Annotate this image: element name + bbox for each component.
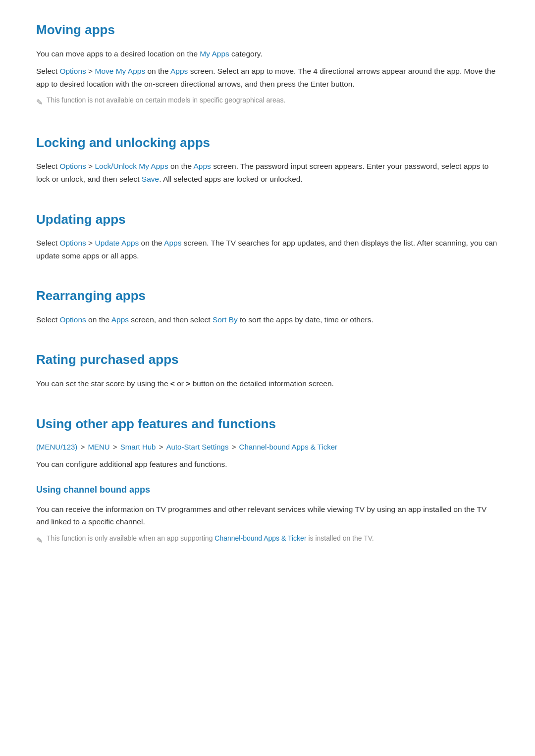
link-menu[interactable]: MENU [88, 443, 109, 451]
note-text-1: This function is not available on certai… [47, 95, 286, 106]
section-title-rating-apps: Rating purchased apps [36, 350, 499, 370]
channel-bound-para1: You can receive the information on TV pr… [36, 503, 499, 528]
link-apps-4[interactable]: Apps [111, 315, 129, 324]
link-options-3[interactable]: Options [59, 239, 86, 247]
section-rating-apps: Rating purchased apps You can set the st… [36, 350, 499, 390]
other-features-para1: You can configure additional app feature… [36, 458, 499, 471]
link-menu123[interactable]: (MENU/123) [36, 443, 77, 451]
moving-apps-para1: You can move apps to a desired location … [36, 48, 499, 60]
link-options-1[interactable]: Options [59, 67, 86, 75]
rearranging-apps-para1: Select Options on the Apps screen, and t… [36, 313, 499, 326]
link-apps-1[interactable]: Apps [170, 67, 188, 75]
link-lock-unlock[interactable]: Lock/Unlock My Apps [95, 162, 168, 170]
link-options-4[interactable]: Options [59, 315, 86, 324]
moving-apps-para2: Select Options > Move My Apps on the App… [36, 65, 499, 90]
link-auto-start[interactable]: Auto-Start Settings [166, 443, 229, 451]
section-title-other-features: Using other app features and functions [36, 414, 499, 435]
link-sort-by[interactable]: Sort By [213, 315, 238, 324]
rating-apps-para1: You can set the star score by using the … [36, 377, 499, 390]
note-channel-bound: ✎ This function is only available when a… [36, 533, 499, 547]
section-title-moving-apps: Moving apps [36, 20, 499, 41]
section-title-locking-apps: Locking and unlocking apps [36, 133, 499, 153]
section-locking-apps: Locking and unlocking apps Select Option… [36, 133, 499, 186]
breadcrumb-other-features: (MENU/123) > MENU > Smart Hub > Auto-Sta… [36, 441, 499, 453]
sep-4: > [232, 443, 238, 451]
sep-1: > [81, 443, 87, 451]
section-rearranging-apps: Rearranging apps Select Options on the A… [36, 286, 499, 326]
updating-apps-para1: Select Options > Update Apps on the Apps… [36, 237, 499, 262]
link-save[interactable]: Save [142, 175, 159, 183]
link-smart-hub[interactable]: Smart Hub [120, 443, 156, 451]
note-icon-2: ✎ [36, 534, 43, 547]
link-my-apps[interactable]: My Apps [200, 50, 229, 58]
subsection-title-channel-bound: Using channel bound apps [36, 483, 499, 497]
link-channel-bound-ticker-2[interactable]: Channel-bound Apps & Ticker [214, 534, 306, 542]
link-options-2[interactable]: Options [59, 162, 86, 170]
section-updating-apps: Updating apps Select Options > Update Ap… [36, 209, 499, 262]
note-icon-1: ✎ [36, 96, 43, 109]
section-moving-apps: Moving apps You can move apps to a desir… [36, 20, 499, 109]
section-title-rearranging-apps: Rearranging apps [36, 286, 499, 306]
sep-3: > [159, 443, 165, 451]
link-update-apps[interactable]: Update Apps [95, 239, 139, 247]
locking-apps-para1: Select Options > Lock/Unlock My Apps on … [36, 160, 499, 185]
section-title-updating-apps: Updating apps [36, 209, 499, 230]
link-move-my-apps[interactable]: Move My Apps [95, 67, 145, 75]
link-apps-2[interactable]: Apps [194, 162, 211, 170]
subsection-channel-bound: Using channel bound apps You can receive… [36, 483, 499, 547]
section-other-features: Using other app features and functions (… [36, 414, 499, 547]
sep-2: > [113, 443, 119, 451]
link-apps-3[interactable]: Apps [164, 239, 181, 247]
link-channel-bound-ticker-1[interactable]: Channel-bound Apps & Ticker [239, 443, 337, 451]
note-text-2: This function is only available when an … [47, 533, 374, 544]
note-moving-apps: ✎ This function is not available on cert… [36, 95, 499, 109]
